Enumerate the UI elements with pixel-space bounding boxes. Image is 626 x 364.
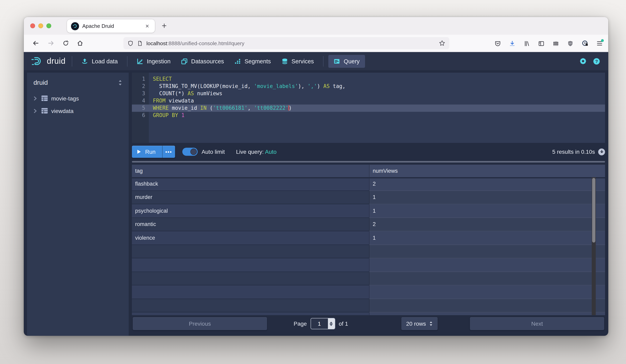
table-row: murder1 [132,191,605,204]
nav-divider [323,56,323,66]
table-row-empty [132,285,605,299]
page-number-control: 1 [311,318,335,329]
cell-numviews[interactable]: 1 [369,204,605,218]
nav-item-load-data[interactable]: Load data [77,52,123,70]
nav-label: Services [291,58,314,64]
results-summary: 5 results in 0.10s [552,148,605,155]
new-tab-button[interactable]: + [162,21,167,31]
druid-logo[interactable]: druid [29,56,68,66]
page-info-icon[interactable] [137,40,143,46]
rows-per-page-select[interactable]: 20 rows [401,317,438,330]
svg-text:UO: UO [569,42,572,44]
zoom-window-button[interactable] [46,23,51,28]
nav-label: Query [344,58,360,64]
page-number-stepper[interactable] [328,318,335,329]
query-view: 1SELECT2 STRING_TO_MV(LOOKUP(movie_id, '… [132,70,605,336]
services-icon [281,58,288,64]
chevron-right-icon[interactable] [32,95,38,101]
cell-empty [132,299,369,312]
shield-icon[interactable] [127,40,133,46]
url-bar[interactable]: localhost:8888/unified-console.html#quer… [123,37,449,49]
column-header-numviews[interactable]: numViews [369,165,605,177]
cell-empty [369,285,605,299]
containers-icon[interactable] [552,40,559,47]
druid-logo-icon [31,56,43,66]
download-results-icon[interactable] [598,148,605,155]
browser-toolbar: localhost:8888/unified-console.html#quer… [24,35,608,52]
cell-tag[interactable]: murder [132,191,369,204]
minimize-window-button[interactable] [38,23,43,28]
run-button[interactable]: Run [132,146,162,158]
line-number: 6 [132,112,149,119]
cell-numviews[interactable]: 2 [369,218,605,231]
browser-tab[interactable]: Apache Druid ✕ [67,19,155,33]
menu-icon[interactable] [596,41,603,46]
nav-item-services[interactable]: Services [276,52,319,70]
gear-icon[interactable] [579,57,587,65]
table-row-empty [132,258,605,272]
cell-tag[interactable]: psychological [132,204,369,218]
cell-tag[interactable]: violence [132,231,369,245]
splitter-handle[interactable] [132,161,605,163]
scrollbar-thumb[interactable] [592,178,595,243]
line-number: 2 [132,83,149,90]
help-icon[interactable]: ? [593,57,600,65]
nav-label: Datasources [191,58,224,64]
code-text: SELECT [149,76,172,83]
downloads-icon[interactable] [509,40,515,47]
nav-item-ingestion[interactable]: Ingestion [131,52,176,70]
library-icon[interactable] [524,40,530,47]
results-scrollbar[interactable] [592,177,596,315]
cell-empty [132,285,369,299]
nav-item-query[interactable]: Query [328,55,365,68]
forward-icon[interactable] [48,40,54,47]
table-row: violence1 [132,231,605,245]
sort-icon[interactable] [117,80,123,86]
reload-icon[interactable] [63,40,69,46]
sql-editor[interactable]: 1SELECT2 STRING_TO_MV(LOOKUP(movie_id, '… [132,73,605,143]
page-label: Page [294,321,307,327]
cell-numviews[interactable]: 1 [369,231,605,245]
back-icon[interactable] [32,40,39,47]
run-button-group: Run ••• [132,146,175,158]
sidebar-icon[interactable] [538,40,545,47]
live-query-value[interactable]: Auto [265,149,277,155]
datasources-icon [181,58,188,64]
cell-numviews[interactable]: 1 [369,191,605,204]
cell-tag[interactable]: flashback [132,177,369,191]
pagination-bar: Previous Page 1 of 1 [132,317,605,330]
results-header: tagnumViews [132,165,605,177]
close-window-button[interactable] [30,23,35,28]
onepassword-icon[interactable] [582,40,588,47]
nav-item-datasources[interactable]: Datasources [176,52,229,70]
page-number-input[interactable]: 1 [311,318,328,329]
cell-numviews[interactable]: 2 [369,177,605,191]
next-page-button[interactable]: Next [470,317,604,330]
app-header: druid Load dataIngestionDatasourcesSegme… [24,52,608,70]
sidebar-table-movie-tags[interactable]: movie-tags [27,92,129,105]
column-header-tag[interactable]: tag [132,165,369,177]
bookmark-star-icon[interactable] [439,40,445,46]
tab-title: Apache Druid [82,23,144,29]
auto-limit-toggle[interactable] [182,148,197,156]
run-bar: Run ••• Auto limit Live query: Auto 5 re… [132,144,605,160]
line-number: 1 [132,76,149,83]
browser-window: Apache Druid ✕ + [24,17,608,336]
run-more-button[interactable]: ••• [162,146,175,158]
previous-page-button[interactable]: Previous [133,317,267,330]
cell-empty [132,312,369,315]
home-icon[interactable] [77,40,83,47]
cell-empty [369,312,605,315]
nav-item-segments[interactable]: Segments [229,52,276,70]
ublock-icon[interactable]: UO [567,40,574,47]
code-text: WHERE movie_id IN ('tt0066181', 'tt00822… [149,105,292,112]
table-row: flashback2 [132,177,605,191]
cell-tag[interactable]: romantic [132,218,369,231]
chevron-right-icon[interactable] [32,108,38,114]
results-header-row: tagnumViews [132,165,605,177]
pocket-icon[interactable] [495,40,501,47]
editor-line-active: 5WHERE movie_id IN ('tt0066181', 'tt0082… [132,105,605,112]
sidebar-table-viewdata[interactable]: viewdata [27,105,129,117]
desktop: Apache Druid ✕ + [0,0,626,364]
close-tab-icon[interactable]: ✕ [144,22,151,30]
